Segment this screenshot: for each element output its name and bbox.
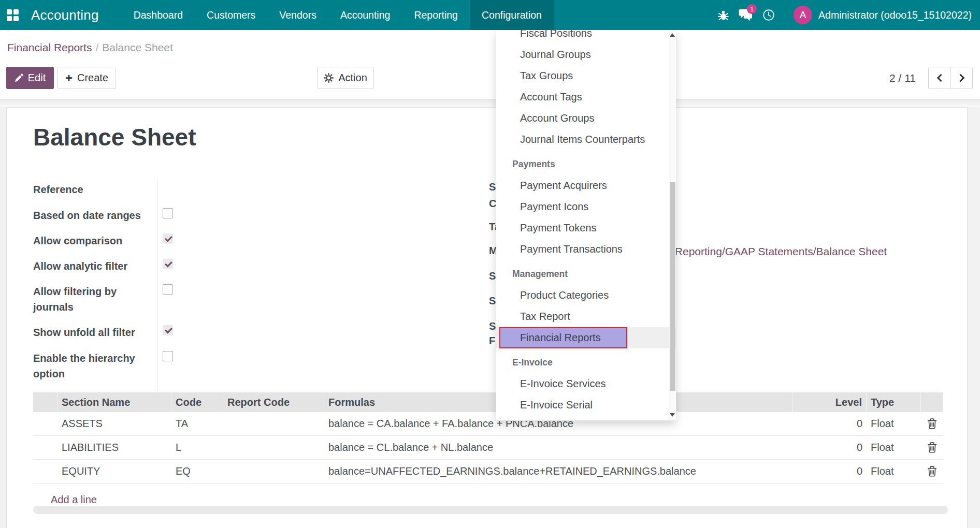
bug-icon (718, 9, 729, 21)
navbar-menu: Dashboard Customers Vendors Accounting R… (122, 0, 554, 30)
dropdown-scrollbar-thumb[interactable] (670, 182, 675, 391)
dropdown-items: Fiscal Positions Journal Groups Tax Grou… (496, 30, 676, 416)
dropdown-scrollbar[interactable] (669, 30, 675, 420)
menu-item-product-categories[interactable]: Product Categories (496, 285, 676, 306)
table-row-assets[interactable]: ASSETS TA balance = CA.balance + FA.bala… (33, 412, 943, 436)
trash-icon (927, 466, 937, 477)
navbar-systray: 1 A Administrator (odoo15_15102022) (712, 0, 980, 30)
column-header-report-code[interactable]: Report Code (223, 392, 324, 412)
checkbox-allow-comparison[interactable] (163, 233, 173, 244)
debug-bug-icon[interactable] (712, 0, 734, 30)
nav-item-configuration[interactable]: Configuration (470, 0, 554, 30)
checkbox-allow-analytic-filter[interactable] (163, 259, 173, 269)
cell-section-name[interactable]: EQUITY (57, 460, 171, 483)
cell-level[interactable]: 0 (793, 436, 867, 459)
pager-value[interactable]: 2 / 11 (889, 72, 916, 84)
cell-section-name[interactable]: LIABILITIES (57, 436, 171, 459)
messages-button[interactable]: 1 (734, 0, 757, 30)
cell-formulas[interactable]: balance=UNAFFECTED_EARNINGS.balance+RETA… (324, 460, 793, 483)
create-button[interactable]: + Create (57, 67, 116, 89)
menu-item-payment-transactions[interactable]: Payment Transactions (496, 239, 676, 260)
add-a-line-link[interactable]: Add a line (51, 494, 97, 506)
apps-menu-button[interactable] (0, 0, 26, 30)
nav-item-dashboard[interactable]: Dashboard (122, 0, 195, 30)
user-name[interactable]: Administrator (odoo15_15102022) (818, 9, 972, 21)
column-header-type[interactable]: Type (867, 392, 921, 412)
table-row-equity[interactable]: EQUITY EQ balance=UNAFFECTED_EARNINGS.ba… (33, 460, 943, 483)
app-name[interactable]: Accounting (26, 0, 108, 30)
checkbox-show-unfold-all-filter[interactable] (163, 325, 173, 335)
checkbox-based-on-date-ranges[interactable] (163, 208, 173, 218)
scroll-down-icon[interactable] (670, 413, 675, 417)
field-label-allow-comparison: Allow comparison (33, 233, 144, 248)
column-header-code[interactable]: Code (171, 392, 223, 412)
nav-item-vendors[interactable]: Vendors (267, 0, 328, 30)
cell-report-code[interactable] (223, 436, 324, 459)
breadcrumb-parent-link[interactable]: Financial Reports (7, 41, 92, 53)
table-horizontal-scrollbar[interactable] (33, 506, 948, 514)
cell-delete (921, 412, 943, 435)
right-gutter (968, 107, 980, 528)
breadcrumb-separator: / (92, 41, 102, 53)
delete-row-button[interactable] (925, 440, 939, 456)
cell-report-code[interactable] (223, 412, 324, 435)
menu-item-payment-icons[interactable]: Payment Icons (496, 196, 676, 217)
nav-item-accounting[interactable]: Accounting (328, 0, 402, 30)
delete-column-header (921, 392, 943, 412)
cell-level[interactable]: 0 (793, 460, 867, 483)
handle-column-header (33, 392, 57, 412)
table-row-liabilities[interactable]: LIABILITIES L balance = CL.balance + NL.… (33, 436, 943, 460)
cell-report-code[interactable] (223, 460, 324, 483)
cell-type[interactable]: Float (867, 436, 921, 459)
pager-next-button[interactable] (950, 67, 972, 89)
apps-grid-icon (7, 9, 19, 21)
create-button-label: Create (77, 72, 108, 84)
column-header-section-name[interactable]: Section Name (57, 392, 171, 412)
checkbox-enable-hierarchy-option[interactable] (163, 351, 173, 361)
cell-type[interactable]: Float (867, 412, 921, 435)
menu-item-tax-groups[interactable]: Tax Groups (496, 65, 676, 86)
breadcrumb-current: Balance Sheet (102, 41, 173, 53)
column-header-level[interactable]: Level (793, 392, 867, 412)
cell-formulas[interactable]: balance = CL.balance + NL.balance (324, 436, 793, 459)
menu-item-financial-reports[interactable]: Financial Reports (496, 327, 676, 348)
menu-item-e-invoice-services[interactable]: E-Invoice Services (496, 373, 676, 394)
nav-item-reporting[interactable]: Reporting (402, 0, 470, 30)
delete-row-button[interactable] (925, 416, 939, 432)
menu-item-payment-acquirers[interactable]: Payment Acquirers (496, 175, 676, 196)
menu-item-fiscal-positions[interactable]: Fiscal Positions (496, 30, 676, 44)
menu-item-e-invoice-serial[interactable]: E-Invoice Serial (496, 394, 676, 416)
cell-code[interactable]: L (171, 436, 223, 459)
action-button[interactable]: Action (317, 67, 374, 89)
cell-section-name[interactable]: ASSETS (57, 412, 171, 435)
menu-item-path-link[interactable]: /Reporting/GAAP Statements/Balance Sheet (672, 245, 887, 258)
cell-level[interactable]: 0 (793, 412, 867, 435)
chevron-left-icon (936, 74, 945, 82)
gear-icon (324, 73, 334, 83)
edit-button-label: Edit (28, 72, 46, 84)
cell-type[interactable]: Float (867, 460, 921, 483)
trash-icon (927, 418, 937, 429)
delete-row-button[interactable] (925, 464, 939, 479)
menu-item-journal-groups[interactable]: Journal Groups (496, 44, 676, 65)
pager-previous-button[interactable] (929, 67, 950, 89)
menu-item-journal-items-counterparts[interactable]: Journal Items Counterparts (496, 129, 676, 150)
user-avatar[interactable]: A (794, 6, 812, 24)
edit-button[interactable]: Edit (6, 67, 54, 89)
menu-item-financial-reports-label: Financial Reports (520, 332, 601, 344)
control-panel-divider (0, 99, 980, 107)
cell-delete (921, 460, 943, 483)
checkbox-allow-filtering-by-journals[interactable] (163, 284, 173, 295)
menu-item-account-groups[interactable]: Account Groups (496, 108, 676, 129)
cell-code[interactable]: TA (171, 412, 223, 435)
nav-item-customers[interactable]: Customers (195, 0, 267, 30)
cell-code[interactable]: EQ (171, 460, 223, 483)
menu-item-tax-report[interactable]: Tax Report (496, 306, 676, 327)
clock-icon (762, 9, 775, 21)
menu-item-payment-tokens[interactable]: Payment Tokens (496, 217, 676, 239)
scroll-up-icon[interactable] (670, 33, 675, 37)
activities-button[interactable] (757, 0, 780, 30)
cell-delete (921, 436, 943, 459)
menu-item-account-tags[interactable]: Account Tags (496, 86, 676, 108)
menu-section-management: Management (496, 263, 676, 285)
